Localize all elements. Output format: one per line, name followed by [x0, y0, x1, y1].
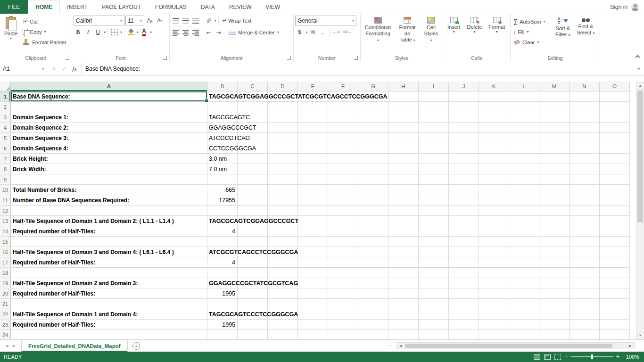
align-bottom-button[interactable]: [191, 16, 200, 25]
cell-J4[interactable]: [449, 123, 479, 133]
font-name-dropdown-icon[interactable]: ▾: [120, 19, 122, 23]
cell-B14[interactable]: 4: [207, 226, 238, 237]
row-header-11[interactable]: 11: [0, 195, 11, 206]
cell-I11[interactable]: [419, 195, 449, 206]
scroll-up-icon[interactable]: ▲: [636, 82, 644, 90]
paste-button[interactable]: Paste ▾: [1, 16, 20, 41]
collapse-ribbon-button[interactable]: [636, 55, 639, 59]
cell-L18[interactable]: [509, 268, 539, 278]
cell-N13[interactable]: [570, 216, 600, 226]
column-header-C[interactable]: C: [238, 82, 268, 91]
orientation-button[interactable]: ab: [204, 16, 213, 25]
cell-O16[interactable]: [600, 247, 630, 257]
cell-L16[interactable]: [509, 247, 539, 257]
cell-A1[interactable]: Base DNA Sequence:: [11, 91, 207, 102]
cell-N1[interactable]: [570, 91, 600, 102]
normal-view-button[interactable]: [534, 354, 540, 360]
cell-H6[interactable]: [388, 143, 419, 154]
cell-F16[interactable]: [328, 247, 358, 257]
copy-button[interactable]: Copy ▾: [21, 27, 68, 37]
font-size-select[interactable]: 11 ▾: [125, 16, 144, 25]
italic-button[interactable]: I: [83, 27, 92, 37]
cell-L17[interactable]: [509, 257, 539, 268]
cell-M23[interactable]: [539, 320, 570, 330]
cell-N14[interactable]: [570, 226, 600, 237]
cell-D4[interactable]: [268, 123, 298, 133]
cell-O24[interactable]: [600, 330, 630, 339]
scroll-left-icon[interactable]: ◀: [397, 343, 405, 349]
cell-A15[interactable]: [11, 237, 207, 247]
cell-G6[interactable]: [358, 143, 388, 154]
cell-K8[interactable]: [479, 164, 509, 174]
cell-I17[interactable]: [419, 257, 449, 268]
cell-B4[interactable]: GGAGGCCCGCT: [207, 123, 238, 133]
cell-N7[interactable]: [570, 154, 600, 164]
cell-D15[interactable]: [268, 237, 298, 247]
column-header-I[interactable]: I: [419, 82, 449, 91]
cell-E8[interactable]: [298, 164, 328, 174]
cell-L15[interactable]: [509, 237, 539, 247]
cell-F14[interactable]: [328, 226, 358, 237]
tab-file[interactable]: FILE: [0, 0, 28, 14]
column-header-M[interactable]: M: [539, 82, 570, 91]
cell-M15[interactable]: [539, 237, 570, 247]
cancel-entry-icon[interactable]: ×: [49, 64, 58, 74]
cell-N5[interactable]: [570, 133, 600, 143]
row-header-10[interactable]: 10: [0, 185, 11, 195]
cell-B8[interactable]: 7.0 nm: [207, 164, 238, 174]
number-format-dropdown-icon[interactable]: ▾: [352, 19, 354, 23]
cell-L4[interactable]: [509, 123, 539, 133]
confirm-entry-icon[interactable]: ✓: [59, 64, 69, 74]
page-break-view-button[interactable]: [554, 354, 561, 360]
cell-I21[interactable]: [419, 299, 449, 309]
cell-I6[interactable]: [419, 143, 449, 154]
cell-J12[interactable]: [449, 206, 479, 216]
cell-C10[interactable]: [238, 185, 268, 195]
cell-B12[interactable]: [207, 206, 238, 216]
cell-H18[interactable]: [388, 268, 419, 278]
cell-C18[interactable]: [238, 268, 268, 278]
cell-E5[interactable]: [298, 133, 328, 143]
cell-N10[interactable]: [570, 185, 600, 195]
cell-H22[interactable]: [388, 309, 419, 320]
cell-F9[interactable]: [328, 174, 358, 185]
cell-H12[interactable]: [388, 206, 419, 216]
cell-K16[interactable]: [479, 247, 509, 257]
autosum-button[interactable]: ∑ AutoSum ▾: [512, 16, 552, 26]
find-select-button[interactable]: Find & Select ▾: [574, 16, 598, 36]
cell-I20[interactable]: [419, 288, 449, 299]
cell-A10[interactable]: Total Number of Bricks:: [11, 185, 207, 195]
cell-I4[interactable]: [419, 123, 449, 133]
cell-styles-button[interactable]: Cell Styles ▾: [421, 16, 441, 43]
cell-N17[interactable]: [570, 257, 600, 268]
cell-G24[interactable]: [358, 330, 388, 339]
cell-K12[interactable]: [479, 206, 509, 216]
cell-M4[interactable]: [539, 123, 570, 133]
cell-F5[interactable]: [328, 133, 358, 143]
zoom-out-button[interactable]: −: [565, 354, 568, 360]
cell-E7[interactable]: [298, 154, 328, 164]
cell-L23[interactable]: [509, 320, 539, 330]
cell-B24[interactable]: [207, 330, 238, 339]
increase-font-button[interactable]: A▴: [145, 16, 154, 25]
sheet-nav-left-icon[interactable]: ◂: [6, 343, 8, 349]
cell-C9[interactable]: [238, 174, 268, 185]
cell-C7[interactable]: [238, 154, 268, 164]
wrap-text-button[interactable]: ↩ Wrap Text: [221, 16, 253, 25]
cell-G19[interactable]: [358, 278, 388, 288]
cell-M6[interactable]: [539, 143, 570, 154]
horizontal-scrollbar[interactable]: ◀ ▶: [396, 342, 635, 349]
page-layout-view-button[interactable]: [544, 354, 551, 360]
cell-C2[interactable]: [238, 102, 268, 112]
zoom-slider-thumb[interactable]: [591, 354, 593, 359]
cell-I2[interactable]: [419, 102, 449, 112]
cell-K11[interactable]: [479, 195, 509, 206]
cell-M20[interactable]: [539, 288, 570, 299]
select-all-corner[interactable]: [0, 82, 11, 91]
row-header-4[interactable]: 4: [0, 123, 11, 133]
cell-I19[interactable]: [419, 278, 449, 288]
cell-A7[interactable]: Brick Height:: [11, 154, 207, 164]
cell-I12[interactable]: [419, 206, 449, 216]
cell-I23[interactable]: [419, 320, 449, 330]
cell-H5[interactable]: [388, 133, 419, 143]
